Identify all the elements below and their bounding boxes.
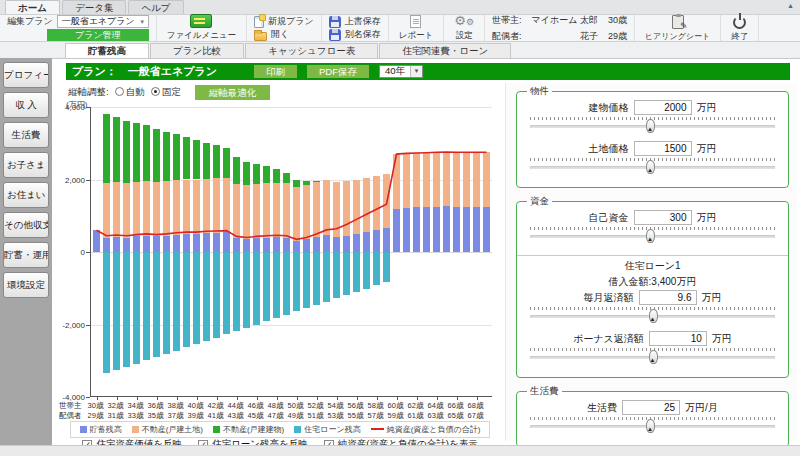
- edit-plan-label: 編集プラン: [7, 15, 53, 28]
- view-tab-2[interactable]: プラン比較: [150, 43, 244, 58]
- sidebar-item-8[interactable]: 環境設定: [3, 272, 49, 298]
- value-slider[interactable]: ▲: [530, 158, 775, 181]
- save-button[interactable]: 上書保存: [329, 16, 381, 28]
- value-slider[interactable]: ▲: [530, 307, 775, 330]
- panel-field-unit: 万円: [697, 101, 717, 115]
- file-menu-button[interactable]: ファイルメニュー: [164, 16, 239, 40]
- settings-button[interactable]: ⚙⚙ 設定: [451, 16, 477, 40]
- family-info-group: 世帯主: マイホーム 太郎 30歳 配偶者: 花子 29歳: [485, 15, 635, 41]
- x-age-label-spouse: 41歳: [205, 411, 227, 421]
- x-age-label-spouse: 39歳: [185, 411, 207, 421]
- panel-field-input[interactable]: [639, 290, 697, 305]
- x-age-label-spouse: 63歳: [425, 411, 447, 421]
- y-axis-tick: [86, 325, 90, 326]
- sidebar-item-2[interactable]: 収 入: [3, 92, 49, 118]
- x-age-label-spouse: 35歳: [145, 411, 167, 421]
- sidebar-item-1[interactable]: プロフィール: [3, 62, 49, 88]
- report-button[interactable]: レポート: [396, 16, 437, 40]
- period-select[interactable]: 40年 ▼: [379, 65, 423, 78]
- x-axis-tick: [437, 397, 438, 400]
- value-slider[interactable]: ▲: [530, 117, 775, 140]
- panel-field-input[interactable]: [634, 100, 692, 115]
- plan-header-bar: プラン： 一般省エネプラン 印刷 PDF保存 40年 ▼: [66, 63, 790, 80]
- sidebar-item-7[interactable]: 貯蓄・運用: [3, 242, 49, 268]
- y-axis-tick: [86, 180, 90, 181]
- new-plan-button[interactable]: 新規プラン: [254, 16, 314, 28]
- x-age-label-householder: 30歳: [85, 401, 107, 411]
- edit-plan-group: 編集プラン 一般省エネプラン ▼ プラン管理: [0, 15, 157, 41]
- view-tab-3[interactable]: キャッシュフロー表: [245, 43, 378, 58]
- ribbon-tab-3[interactable]: ヘルプ: [128, 0, 183, 14]
- x-age-label-householder: 66歳: [445, 401, 467, 411]
- panel-field-input[interactable]: [634, 210, 692, 225]
- open-button[interactable]: 開く: [254, 29, 314, 41]
- x-axis-tick: [457, 397, 458, 400]
- ribbon-toolbar: 編集プラン 一般省エネプラン ▼ プラン管理 ファイルメニュー 新規プラン 開く…: [0, 15, 800, 42]
- slider-marker-icon: ▲: [647, 426, 653, 432]
- power-icon: [733, 16, 746, 29]
- y-axis-label: -2,000: [54, 321, 85, 330]
- x-age-label-householder: 60歳: [385, 401, 407, 411]
- view-tab-4[interactable]: 住宅関連費・ローン: [379, 43, 511, 58]
- net-asset-line: [91, 107, 493, 397]
- x-age-label-spouse: 67歳: [465, 411, 487, 421]
- sidebar-item-5[interactable]: お住まい: [3, 182, 49, 208]
- x-age-label-householder: 36歳: [145, 401, 167, 411]
- radio-fixed-icon: [151, 87, 160, 96]
- plan-select[interactable]: 一般省エネプラン ▼: [57, 15, 149, 28]
- x-age-label-householder: 42歳: [205, 401, 227, 411]
- open-label: 開く: [271, 28, 289, 41]
- x-age-label-householder: 50歳: [285, 401, 307, 411]
- sidebar-item-6[interactable]: その他収支: [3, 212, 49, 238]
- value-slider[interactable]: ▲: [530, 227, 775, 250]
- x-age-label-householder: 32歳: [105, 401, 127, 411]
- value-slider[interactable]: ▲: [530, 348, 775, 371]
- main-panel: プラン： 一般省エネプラン 印刷 PDF保存 40年 ▼ 縦軸調整: 自動 固定…: [52, 58, 800, 445]
- radio-auto[interactable]: 自動: [115, 86, 145, 99]
- x-axis-tick: [417, 397, 418, 400]
- settings-label: 設定: [456, 30, 473, 42]
- radio-fixed[interactable]: 固定: [151, 86, 181, 99]
- x-age-label-householder: 34歳: [125, 401, 147, 411]
- y-axis-tick: [86, 397, 90, 398]
- panel-group-legend: 生活費: [527, 385, 562, 398]
- print-button[interactable]: 印刷: [254, 65, 297, 78]
- x-age-label-spouse: 31歳: [105, 411, 127, 421]
- hearing-sheet-button[interactable]: ヒアリングシート: [642, 16, 713, 40]
- pdf-save-button[interactable]: PDF保存: [307, 65, 369, 78]
- save-as-button[interactable]: 別名保存: [329, 29, 381, 41]
- y-axis-label: 0: [54, 248, 85, 257]
- ribbon-collapse-icon[interactable]: ▲: [787, 1, 794, 11]
- ribbon-tab-1[interactable]: ホーム: [5, 0, 60, 14]
- file-menu-group: ファイルメニュー: [157, 15, 247, 41]
- report-group: レポート: [389, 15, 445, 41]
- view-tab-1[interactable]: 貯蓄残高: [65, 43, 149, 58]
- slider-marker-icon: ▲: [647, 236, 653, 242]
- legend-item: 不動産(戸建建物): [213, 424, 284, 435]
- sidebar-item-4[interactable]: お子さま: [3, 152, 49, 178]
- panel-field-input[interactable]: [622, 400, 680, 415]
- y-axis-tick: [86, 107, 90, 108]
- slider-marker-icon: ▲: [650, 357, 656, 363]
- loan-title: 住宅ローン1: [525, 259, 780, 273]
- panel-field-input[interactable]: [634, 141, 692, 156]
- value-slider[interactable]: ▲: [530, 417, 775, 440]
- sidebar-item-3[interactable]: 生活費: [3, 122, 49, 148]
- panel-field-unit: 万円: [712, 332, 732, 346]
- report-icon: [410, 15, 421, 28]
- loan-separator: [517, 255, 788, 256]
- x-age-label-spouse: 33歳: [125, 411, 147, 421]
- exit-button[interactable]: 終了: [728, 16, 751, 40]
- y-axis-tick: [86, 252, 90, 253]
- x-age-label-spouse: 59歳: [385, 411, 407, 421]
- axis-optimize-button[interactable]: 縦軸最適化: [195, 85, 271, 100]
- ribbon-tab-2[interactable]: データ集: [62, 0, 126, 14]
- x-axis-tick: [277, 397, 278, 400]
- hearing-sheet-group: ヒアリングシート: [635, 15, 721, 41]
- plan-manage-button[interactable]: プラン管理: [47, 29, 149, 41]
- x-age-label-spouse: 61歳: [405, 411, 427, 421]
- panel-field-unit: 万円: [697, 211, 717, 225]
- gear-icon: ⚙⚙: [454, 15, 474, 28]
- x-age-label-spouse: 49歳: [285, 411, 307, 421]
- panel-field-input[interactable]: [649, 331, 707, 346]
